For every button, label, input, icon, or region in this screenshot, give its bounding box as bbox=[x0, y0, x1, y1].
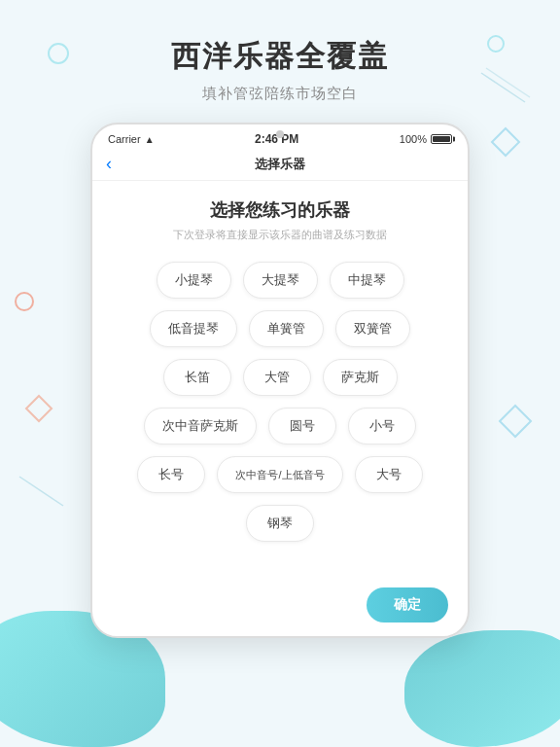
carrier-label: Carrier bbox=[108, 133, 141, 145]
instrument-row-4: 次中音萨克斯 圆号 小号 bbox=[112, 408, 448, 445]
instrument-row-6: 钢琴 bbox=[112, 505, 448, 542]
instrument-btn-tuba[interactable]: 大号 bbox=[355, 456, 423, 493]
select-instrument-subtitle: 下次登录将直接显示该乐器的曲谱及练习数据 bbox=[112, 228, 448, 242]
battery-icon bbox=[431, 134, 452, 144]
top-section: 西洋乐器全覆盖 填补管弦陪练市场空白 bbox=[171, 0, 389, 103]
status-right: 100% bbox=[400, 133, 452, 145]
instrument-row-2: 低音提琴 单簧管 双簧管 bbox=[112, 310, 448, 347]
instrument-btn-violin[interactable]: 小提琴 bbox=[157, 262, 231, 299]
battery-label: 100% bbox=[400, 133, 427, 145]
instrument-btn-contrabass[interactable]: 低音提琴 bbox=[150, 310, 237, 347]
select-instrument-title: 选择您练习的乐器 bbox=[112, 198, 448, 222]
nav-bar: ‹ 选择乐器 bbox=[92, 150, 468, 181]
instrument-row-5: 长号 次中音号/上低音号 大号 bbox=[112, 456, 448, 493]
confirm-button[interactable]: 确定 bbox=[367, 587, 448, 622]
instrument-btn-piano[interactable]: 钢琴 bbox=[246, 505, 314, 542]
nav-title: 选择乐器 bbox=[255, 156, 305, 173]
instrument-btn-viola[interactable]: 中提琴 bbox=[330, 262, 404, 299]
instrument-row-1: 小提琴 大提琴 中提琴 bbox=[112, 262, 448, 299]
ipad-camera bbox=[276, 130, 284, 138]
instrument-btn-trumpet[interactable]: 小号 bbox=[348, 408, 416, 445]
ipad-frame: Carrier ▲ 2:46 PM 100% ‹ 选择乐器 选择您练习的乐器 下… bbox=[90, 123, 470, 638]
battery-fill bbox=[433, 136, 450, 142]
page-wrapper: 西洋乐器全覆盖 填补管弦陪练市场空白 Carrier ▲ 2:46 PM 100… bbox=[0, 0, 560, 747]
instrument-btn-clarinet[interactable]: 单簧管 bbox=[249, 310, 324, 347]
main-title: 西洋乐器全覆盖 bbox=[171, 37, 389, 77]
instrument-btn-oboe[interactable]: 双簧管 bbox=[335, 310, 410, 347]
instrument-btn-trombone[interactable]: 长号 bbox=[137, 456, 205, 493]
instrument-btn-euphonium[interactable]: 次中音号/上低音号 bbox=[217, 456, 342, 493]
instrument-btn-flute[interactable]: 长笛 bbox=[163, 359, 231, 396]
instrument-btn-cello[interactable]: 大提琴 bbox=[243, 262, 318, 299]
instrument-btn-saxophone[interactable]: 萨克斯 bbox=[323, 359, 398, 396]
instrument-btn-bassoon[interactable]: 大管 bbox=[243, 359, 311, 396]
wifi-icon: ▲ bbox=[145, 134, 155, 145]
sub-title: 填补管弦陪练市场空白 bbox=[171, 85, 389, 103]
instrument-btn-horn[interactable]: 圆号 bbox=[268, 408, 336, 445]
instrument-grid: 小提琴 大提琴 中提琴 低音提琴 单簧管 双簧管 长笛 大管 萨克斯 bbox=[112, 262, 448, 542]
app-content: 选择您练习的乐器 下次登录将直接显示该乐器的曲谱及练习数据 小提琴 大提琴 中提… bbox=[92, 181, 468, 578]
bottom-area: 确定 bbox=[92, 578, 468, 636]
status-left: Carrier ▲ bbox=[108, 133, 155, 145]
instrument-row-3: 长笛 大管 萨克斯 bbox=[112, 359, 448, 396]
instrument-btn-tenor-sax[interactable]: 次中音萨克斯 bbox=[144, 408, 257, 445]
back-button[interactable]: ‹ bbox=[106, 154, 112, 174]
